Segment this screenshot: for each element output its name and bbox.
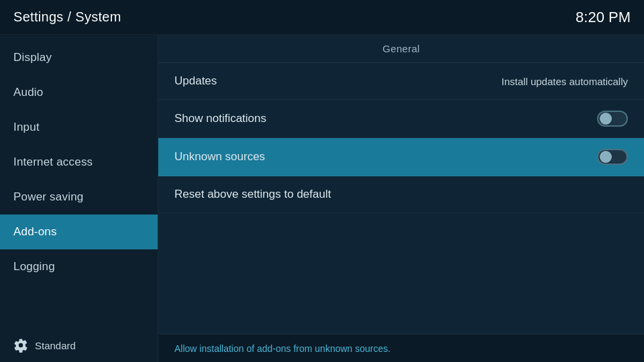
sidebar-item-display[interactable]: Display (0, 40, 158, 75)
section-header: General (158, 35, 644, 63)
sidebar-item-audio[interactable]: Audio (0, 75, 158, 110)
settings-row-unknown-sources[interactable]: Unknown sources (158, 138, 644, 176)
show-notifications-label: Show notifications (174, 112, 266, 125)
content-area: General Updates Install updates automati… (158, 35, 644, 362)
header: Settings / System 8:20 PM (0, 0, 644, 35)
clock: 8:20 PM (576, 9, 631, 26)
updates-label: Updates (174, 74, 217, 88)
sidebar-item-input[interactable]: Input (0, 110, 158, 145)
sidebar-item-logging[interactable]: Logging (0, 249, 158, 284)
page-title: Settings / System (13, 9, 121, 25)
sidebar-footer: Standard (0, 328, 158, 362)
unknown-sources-label: Unknown sources (174, 150, 265, 164)
unknown-sources-toggle[interactable] (597, 149, 628, 165)
reset-label: Reset above settings to default (174, 188, 331, 201)
gear-icon (13, 338, 28, 353)
footer-hint: Allow installation of add-ons from unkno… (174, 343, 390, 354)
settings-row-reset[interactable]: Reset above settings to default (158, 176, 644, 213)
app-container: Settings / System 8:20 PM Display Audio … (0, 0, 644, 362)
show-notifications-toggle[interactable] (597, 111, 628, 127)
sidebar-item-internet-access[interactable]: Internet access (0, 145, 158, 180)
settings-row-show-notifications[interactable]: Show notifications (158, 100, 644, 138)
updates-value: Install updates automatically (502, 76, 628, 87)
sidebar-item-add-ons[interactable]: Add-ons (0, 215, 158, 249)
profile-label: Standard (35, 340, 76, 351)
sidebar: Display Audio Input Internet access Powe… (0, 35, 158, 362)
content-body: General Updates Install updates automati… (158, 35, 644, 334)
toggle-knob-2 (600, 151, 612, 163)
main-content: Display Audio Input Internet access Powe… (0, 35, 644, 362)
content-footer: Allow installation of add-ons from unkno… (158, 334, 644, 362)
sidebar-item-power-saving[interactable]: Power saving (0, 180, 158, 215)
settings-row-updates[interactable]: Updates Install updates automatically (158, 63, 644, 100)
toggle-knob (600, 113, 612, 125)
